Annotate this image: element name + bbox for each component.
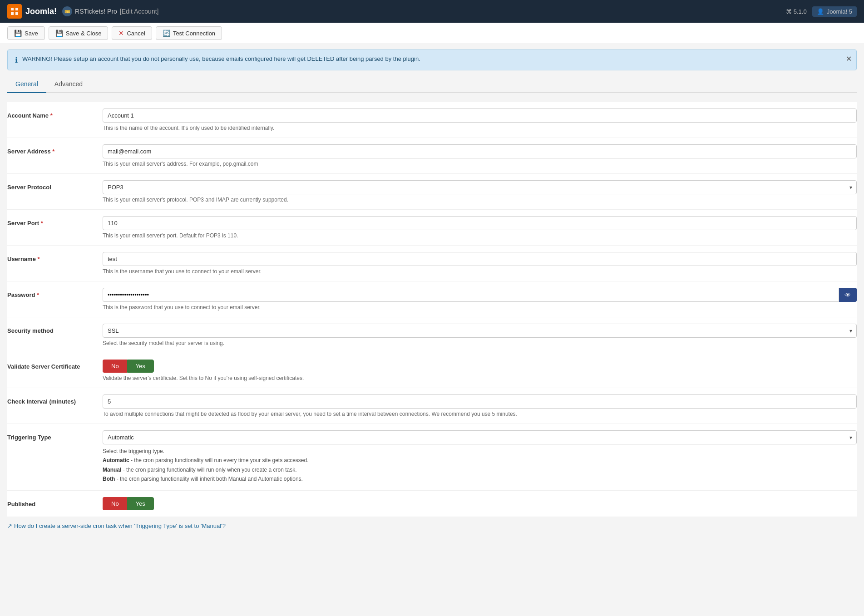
published-yes-label: Yes	[136, 500, 145, 507]
form-row-server-protocol: Server Protocol POP3 IMAP ▾ This is your…	[7, 174, 857, 210]
check-interval-field: To avoid multiple connections that might…	[103, 394, 857, 417]
form-row-published: Published No Yes	[7, 491, 857, 517]
version-number: 5.1.0	[794, 8, 807, 15]
navbar-title: 🎫 RSTickets! Pro [Edit Account]	[62, 6, 158, 16]
triggering-type-select[interactable]: Automatic Manual Both	[103, 430, 857, 444]
form-row-account-name: Account Name This is the name of the acc…	[7, 102, 857, 138]
account-name-help: This is the name of the account. It's on…	[103, 125, 857, 131]
triggering-type-help: Select the triggering type. Automatic - …	[103, 447, 857, 484]
validate-certificate-toggle-group: No Yes	[103, 360, 857, 373]
triggering-type-help-automatic: Automatic - the cron parsing functionali…	[103, 456, 857, 465]
help-link-text: How do I create a server-side cron task …	[14, 522, 226, 529]
server-address-field: This is your email server's address. For…	[103, 144, 857, 167]
help-link[interactable]: ↗ How do I create a server-side cron tas…	[7, 522, 226, 529]
validate-certificate-field: No Yes Validate the server's certificate…	[103, 360, 857, 381]
triggering-type-both-strong: Both	[103, 476, 115, 482]
save-button[interactable]: 💾 Save	[7, 26, 45, 40]
save-label: Save	[25, 30, 38, 37]
navbar-brand: Joomla!	[7, 4, 57, 19]
navbar-left: Joomla! 🎫 RSTickets! Pro [Edit Account]	[7, 4, 158, 19]
tab-advanced[interactable]: Advanced	[46, 76, 91, 93]
published-no-label: No	[111, 500, 119, 507]
tab-advanced-label: Advanced	[54, 80, 83, 88]
save-icon: 💾	[14, 30, 22, 37]
password-wrapper: 👁	[103, 288, 857, 302]
triggering-type-label: Triggering Type	[7, 430, 103, 441]
security-method-field: None SSL TLS ▾ Select the security model…	[103, 324, 857, 346]
toolbar: 💾 Save 💾 Save & Close ✕ Cancel 🔄 Test Co…	[0, 23, 864, 44]
validate-certificate-yes-label: Yes	[136, 363, 145, 370]
cancel-icon: ✕	[118, 30, 124, 37]
save-close-button[interactable]: 💾 Save & Close	[49, 26, 109, 40]
navbar: Joomla! 🎫 RSTickets! Pro [Edit Account] …	[0, 0, 864, 23]
triggering-type-manual-strong: Manual	[103, 467, 121, 473]
server-port-help: This is your email server's port. Defaul…	[103, 232, 857, 239]
save-close-icon: 💾	[55, 30, 63, 37]
password-label: Password	[7, 288, 103, 298]
server-protocol-label: Server Protocol	[7, 180, 103, 191]
security-method-label: Security method	[7, 324, 103, 334]
form-row-triggering-type: Triggering Type Automatic Manual Both ▾ …	[7, 424, 857, 491]
warning-banner: ℹ WARNING! Please setup an account that …	[7, 49, 857, 70]
joomla-logo-icon	[7, 4, 22, 19]
page-container: General Advanced Account Name This is th…	[0, 76, 864, 543]
svg-rect-0	[7, 4, 22, 19]
server-port-input[interactable]	[103, 216, 857, 230]
triggering-type-automatic-text: - the cron parsing functionality will ru…	[131, 457, 309, 463]
server-protocol-select[interactable]: POP3 IMAP	[103, 180, 857, 194]
account-name-label: Account Name	[7, 108, 103, 119]
username-input[interactable]	[103, 252, 857, 266]
published-no-button[interactable]: No	[103, 497, 127, 510]
triggering-type-manual-text: - the cron parsing functionality will ru…	[123, 467, 297, 473]
check-interval-input[interactable]	[103, 394, 857, 409]
test-connection-icon: 🔄	[163, 30, 170, 37]
validate-certificate-yes-button[interactable]: Yes	[127, 360, 154, 373]
validate-certificate-label: Validate Server Certificate	[7, 360, 103, 370]
security-method-help: Select the security model that your serv…	[103, 340, 857, 346]
server-protocol-select-wrapper: POP3 IMAP ▾	[103, 180, 857, 194]
username-label: Username	[7, 252, 103, 262]
form-row-server-address: Server Address This is your email server…	[7, 138, 857, 174]
triggering-type-field: Automatic Manual Both ▾ Select the trigg…	[103, 430, 857, 484]
password-toggle-button[interactable]: 👁	[839, 288, 857, 302]
test-connection-button[interactable]: 🔄 Test Connection	[156, 26, 222, 40]
server-port-field: This is your email server's port. Defaul…	[103, 216, 857, 239]
server-address-help: This is your email server's address. For…	[103, 161, 857, 167]
form-row-validate-certificate: Validate Server Certificate No Yes Valid…	[7, 353, 857, 388]
eye-icon: 👁	[844, 291, 851, 299]
warning-text: WARNING! Please setup an account that yo…	[22, 55, 849, 62]
cancel-button[interactable]: ✕ Cancel	[112, 26, 152, 40]
tab-general[interactable]: General	[7, 76, 46, 93]
form-row-password: Password 👁 This is the password that you…	[7, 281, 857, 317]
server-address-label: Server Address	[7, 144, 103, 155]
published-yes-button[interactable]: Yes	[127, 497, 154, 510]
published-label: Published	[7, 497, 103, 508]
published-field: No Yes	[103, 497, 857, 510]
form-row-server-port: Server Port This is your email server's …	[7, 210, 857, 246]
check-interval-help: To avoid multiple connections that might…	[103, 411, 857, 417]
warning-close-button[interactable]: ✕	[846, 54, 852, 63]
server-address-input[interactable]	[103, 144, 857, 158]
keyboard-icon: ⌘	[786, 8, 792, 15]
form-section: Account Name This is the name of the acc…	[7, 102, 857, 517]
password-field: 👁 This is the password that you use to c…	[103, 288, 857, 310]
navbar-right: ⌘ 5.1.0 👤 Joomla! 5	[786, 6, 857, 17]
account-name-input[interactable]	[103, 108, 857, 123]
username-help: This is the username that you use to con…	[103, 268, 857, 275]
navbar-user[interactable]: 👤 Joomla! 5	[812, 6, 857, 17]
password-input[interactable]	[103, 288, 839, 302]
validate-certificate-no-button[interactable]: No	[103, 360, 127, 373]
triggering-type-help-both: Both - the cron parsing functionality wi…	[103, 474, 857, 483]
brand-text: Joomla!	[25, 7, 57, 16]
triggering-type-both-text: - the cron parsing functionality will in…	[117, 476, 303, 482]
user-label: Joomla! 5	[827, 8, 852, 15]
security-method-select[interactable]: None SSL TLS	[103, 324, 857, 338]
external-link-icon: ↗	[7, 522, 12, 529]
triggering-type-automatic-strong: Automatic	[103, 457, 129, 463]
password-help: This is the password that you use to con…	[103, 304, 857, 310]
user-icon: 👤	[817, 8, 824, 15]
form-row-check-interval: Check Interval (minutes) To avoid multip…	[7, 388, 857, 424]
account-name-field: This is the name of the account. It's on…	[103, 108, 857, 131]
security-method-select-wrapper: None SSL TLS ▾	[103, 324, 857, 338]
app-context: [Edit Account]	[120, 8, 159, 15]
